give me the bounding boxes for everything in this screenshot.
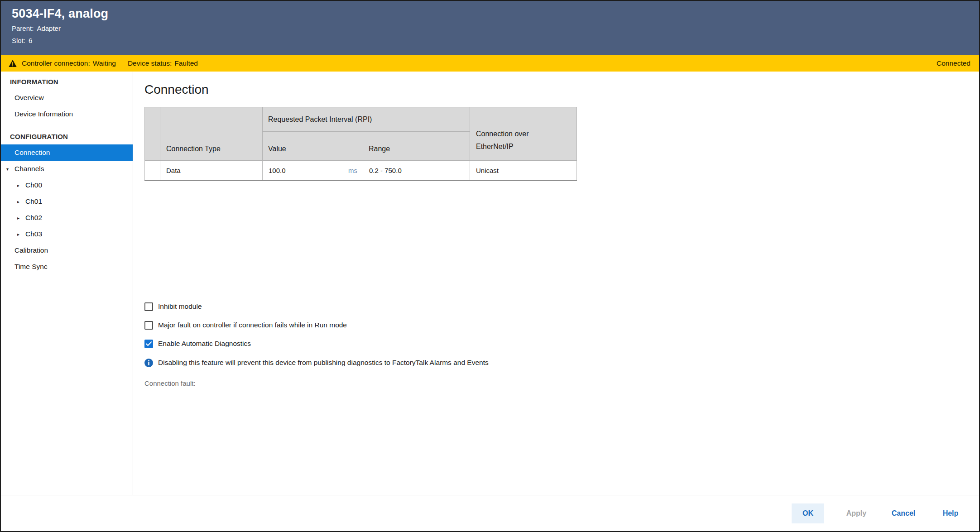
apply-button[interactable]: Apply: [841, 509, 871, 518]
sidebar-item-ch03[interactable]: ▸ Ch03: [1, 226, 133, 242]
sidebar-item-channels[interactable]: ▾ Channels: [1, 161, 133, 177]
sidebar-item-label: Channels: [14, 165, 44, 173]
chevron-right-icon: ▸: [17, 199, 23, 204]
device-status-value: Faulted: [174, 59, 198, 67]
section-information: INFORMATION: [1, 73, 133, 90]
device-status-label: Device status:: [128, 59, 172, 67]
connection-type-cell: Data: [160, 161, 263, 181]
connection-options: Inhibit module Major fault on controller…: [144, 302, 979, 387]
sidebar-item-label: Time Sync: [14, 263, 48, 271]
slot-value: 6: [29, 37, 32, 44]
sidebar-item-device-information[interactable]: Device Information: [1, 106, 133, 122]
slot-label: Slot:: [12, 37, 25, 44]
info-icon: [144, 359, 153, 367]
sidebar-item-calibration[interactable]: Calibration: [1, 242, 133, 259]
diagnostics-info-row: Disabling this feature will prevent this…: [144, 358, 979, 368]
rpi-value[interactable]: 100.0: [269, 167, 286, 174]
status-alert-bar: Controller connection: Waiting Device st…: [1, 55, 979, 72]
module-properties-window: 5034-IF4, analog Parent:Adapter Slot:6 C…: [0, 0, 980, 532]
sidebar-gap: [1, 122, 133, 128]
controller-connection-label: Controller connection:: [22, 59, 90, 67]
col-header-connection-type: Connection Type: [160, 107, 263, 161]
inhibit-module-label: Inhibit module: [158, 302, 202, 311]
connection-fault-label: Connection fault:: [144, 379, 979, 387]
page-title: Connection: [144, 82, 979, 97]
sidebar-item-time-sync[interactable]: Time Sync: [1, 259, 133, 275]
module-header: 5034-IF4, analog Parent:Adapter Slot:6: [1, 1, 979, 55]
controller-connection-value: Waiting: [93, 59, 116, 67]
sidebar-item-label: Connection: [14, 149, 50, 157]
dialog-footer: OK Apply Cancel Help: [1, 495, 979, 531]
sidebar-item-label: Calibration: [14, 246, 48, 254]
help-button[interactable]: Help: [936, 509, 966, 518]
warning-icon: [9, 60, 17, 67]
sidebar-item-label: Ch02: [25, 214, 42, 222]
device-status: Device status: Faulted: [128, 59, 198, 67]
sidebar-item-ch00[interactable]: ▸ Ch00: [1, 177, 133, 193]
checkmark-icon: [146, 341, 152, 346]
chevron-right-icon: ▸: [17, 232, 23, 237]
col-header-label: Connection over EtherNet/IP: [476, 128, 544, 153]
sidebar-item-label: Ch00: [25, 181, 42, 189]
chevron-right-icon: ▸: [17, 183, 23, 188]
sidebar-item-ch01[interactable]: ▸ Ch01: [1, 193, 133, 210]
ok-button[interactable]: OK: [792, 503, 824, 523]
module-title: 5034-IF4, analog: [12, 7, 979, 21]
chevron-right-icon: ▸: [17, 216, 23, 220]
col-header-range: Range: [363, 132, 470, 161]
major-fault-checkbox[interactable]: [144, 321, 153, 330]
connected-status: Connected: [937, 59, 970, 67]
parent-line: Parent:Adapter: [12, 24, 979, 33]
table-row: Data 100.0 ms 0.2 - 750.0 Unicast: [145, 161, 577, 181]
sidebar-item-connection[interactable]: Connection: [1, 144, 133, 161]
inhibit-module-checkbox[interactable]: [144, 302, 153, 311]
col-group-rpi: Requested Packet Interval (RPI): [263, 107, 470, 132]
row-selector-cell[interactable]: [145, 161, 160, 181]
chevron-down-icon: ▾: [6, 167, 12, 172]
slot-line: Slot:6: [12, 36, 979, 45]
sidebar-item-label: Ch01: [25, 197, 42, 206]
parent-value: Adapter: [37, 24, 61, 32]
sidebar-item-label: Overview: [14, 94, 44, 102]
rpi-unit: ms: [348, 167, 357, 174]
sidebar-item-label: Device Information: [14, 110, 73, 118]
sidebar-item-label: Ch03: [25, 230, 42, 238]
major-fault-label: Major fault on controller if connection …: [158, 321, 347, 329]
connection-over-cell[interactable]: Unicast: [470, 161, 577, 181]
diagnostics-info-text: Disabling this feature will prevent this…: [158, 359, 489, 367]
rpi-value-cell[interactable]: 100.0 ms: [263, 161, 363, 181]
parent-label: Parent:: [12, 24, 34, 32]
col-header-connection-over-ethernetip: Connection over EtherNet/IP: [470, 107, 577, 161]
enable-automatic-diagnostics-checkbox[interactable]: [144, 340, 153, 348]
connection-page: Connection Connection Type Requested Pac…: [133, 72, 979, 495]
sidebar-item-overview[interactable]: Overview: [1, 90, 133, 106]
section-configuration: CONFIGURATION: [1, 128, 133, 144]
cancel-button[interactable]: Cancel: [889, 509, 918, 518]
major-fault-row: Major fault on controller if connection …: [144, 321, 979, 330]
rpi-range-cell: 0.2 - 750.0: [363, 161, 470, 181]
enable-automatic-diagnostics-row: Enable Automatic Diagnostics: [144, 339, 979, 349]
navigation-sidebar: INFORMATION Overview Device Information …: [1, 72, 133, 495]
sidebar-item-ch02[interactable]: ▸ Ch02: [1, 210, 133, 226]
col-header-value: Value: [263, 132, 363, 161]
inhibit-module-row: Inhibit module: [144, 302, 979, 312]
controller-connection-status: Controller connection: Waiting: [22, 59, 116, 67]
connection-table: Connection Type Requested Packet Interva…: [144, 107, 577, 181]
enable-automatic-diagnostics-label: Enable Automatic Diagnostics: [158, 340, 251, 348]
row-selector-header: [145, 107, 160, 161]
